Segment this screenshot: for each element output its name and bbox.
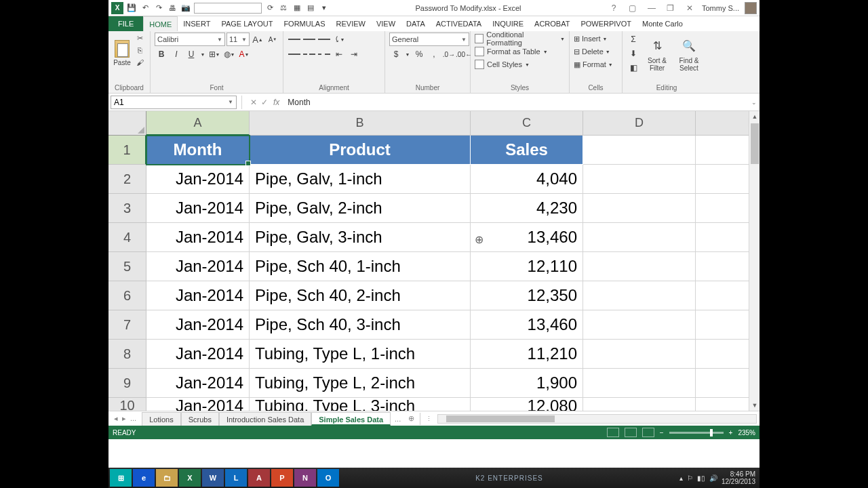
cell[interactable]: Jan-2014 xyxy=(146,194,250,223)
cell-c1[interactable]: Sales xyxy=(471,136,583,165)
cell[interactable]: 4,230 xyxy=(471,194,583,223)
qat-undo-icon[interactable]: ↶ xyxy=(140,3,151,14)
taskbar-access-icon[interactable]: A xyxy=(248,469,270,487)
cell[interactable]: Pipe, Galv, 2-inch xyxy=(250,194,471,223)
cell[interactable] xyxy=(583,281,696,310)
tab-powerpivot[interactable]: POWERPIVOT xyxy=(575,16,637,31)
sheet-prev-icon[interactable]: ▸ xyxy=(122,414,126,423)
cell[interactable]: Jan-2014 xyxy=(146,398,250,411)
ribbon-options-icon[interactable]: ▢ xyxy=(626,3,639,14)
qat-refresh-icon[interactable]: ⟳ xyxy=(264,3,275,14)
row-header[interactable]: 4 xyxy=(108,223,146,252)
increase-decimal-icon[interactable]: .0→ xyxy=(442,47,456,61)
qat-camera-icon[interactable]: 📷 xyxy=(180,3,191,14)
cell[interactable]: Tubing, Type L, 3-inch xyxy=(250,398,471,411)
cell[interactable]: 11,210 xyxy=(471,340,583,369)
font-color-button[interactable]: A▼ xyxy=(237,47,251,61)
decrease-decimal-icon[interactable]: .00← xyxy=(457,47,471,61)
copy-icon[interactable]: ⎘ xyxy=(134,45,146,56)
view-break-icon[interactable] xyxy=(642,428,654,437)
row-header[interactable]: 7 xyxy=(108,310,146,340)
row-header[interactable]: 2 xyxy=(108,165,146,194)
user-avatar-icon[interactable] xyxy=(745,2,757,14)
enter-formula-icon[interactable]: ✓ xyxy=(261,98,268,107)
fill-button[interactable]: ⬇ xyxy=(627,47,640,60)
insert-cells-button[interactable]: ⊞ Insert ▼ xyxy=(574,33,607,45)
format-cells-button[interactable]: ▦ Format ▼ xyxy=(574,58,613,70)
tab-insert[interactable]: INSERT xyxy=(178,16,216,31)
taskbar-word-icon[interactable]: W xyxy=(202,469,224,487)
row-header[interactable]: 3 xyxy=(108,194,146,223)
row-header[interactable]: 8 xyxy=(108,340,146,369)
sheet-more-prev[interactable]: ... xyxy=(130,414,136,423)
cell-styles-button[interactable]: Cell Styles▼ xyxy=(475,58,530,70)
decrease-indent-icon[interactable]: ⇤ xyxy=(332,47,346,61)
taskbar-ie-icon[interactable]: e xyxy=(133,469,155,487)
comma-button[interactable]: , xyxy=(427,47,441,61)
cell[interactable] xyxy=(583,252,696,281)
system-clock[interactable]: 8:46 PM 12/29/2013 xyxy=(722,470,755,485)
increase-indent-icon[interactable]: ⇥ xyxy=(347,47,361,61)
taskbar-powerpoint-icon[interactable]: P xyxy=(271,469,293,487)
cell[interactable] xyxy=(583,340,696,369)
clear-button[interactable]: ◧ xyxy=(627,61,640,75)
new-sheet-icon[interactable]: ⊕ xyxy=(405,414,417,423)
cell[interactable] xyxy=(583,398,696,411)
name-box[interactable]: A1▼ xyxy=(111,96,237,109)
tab-acrobat[interactable]: ACROBAT xyxy=(529,16,575,31)
minimize-icon[interactable]: — xyxy=(645,3,658,14)
cell[interactable]: Pipe, Sch 40, 3-inch xyxy=(250,310,471,340)
grow-font-icon[interactable]: A▲ xyxy=(251,33,264,46)
align-bottom-icon[interactable] xyxy=(317,33,331,46)
cell[interactable]: 12,110 xyxy=(471,252,583,281)
tab-view[interactable]: VIEW xyxy=(371,16,401,31)
cell[interactable] xyxy=(583,165,696,194)
sheet-split-icon[interactable]: ⋮ xyxy=(423,415,435,422)
cell[interactable]: Jan-2014 xyxy=(146,223,250,252)
cell[interactable]: Pipe, Sch 40, 2-inch xyxy=(250,281,471,310)
zoom-out-icon[interactable]: − xyxy=(660,429,664,436)
zoom-in-icon[interactable]: + xyxy=(729,429,733,436)
font-size-combo[interactable]: 11▼ xyxy=(226,33,250,46)
italic-button[interactable]: I xyxy=(170,47,183,61)
qat-save-icon[interactable]: 💾 xyxy=(126,3,137,14)
cell[interactable] xyxy=(583,223,696,252)
restore-icon[interactable]: ❐ xyxy=(664,3,677,14)
cell[interactable]: Jan-2014 xyxy=(146,310,250,340)
fx-icon[interactable]: fx xyxy=(273,98,283,107)
scroll-up-icon[interactable]: ▲ xyxy=(749,111,760,122)
taskbar-outlook-icon[interactable]: O xyxy=(317,469,339,487)
col-header-d[interactable]: D xyxy=(583,111,696,136)
cell[interactable]: Jan-2014 xyxy=(146,252,250,281)
cell-a1[interactable]: Month xyxy=(146,136,250,165)
tab-formulas[interactable]: FORMULAS xyxy=(278,16,330,31)
align-right-icon[interactable] xyxy=(317,47,331,61)
qat-sheet-icon[interactable]: ▤ xyxy=(305,3,316,14)
scroll-down-icon[interactable]: ▼ xyxy=(749,400,760,411)
tab-review[interactable]: REVIEW xyxy=(331,16,371,31)
currency-dd-icon[interactable]: ▼ xyxy=(404,47,411,61)
cell[interactable]: 12,350 xyxy=(471,281,583,310)
shrink-font-icon[interactable]: A▼ xyxy=(266,33,279,46)
currency-button[interactable]: $ xyxy=(389,47,403,61)
cell[interactable]: Pipe, Galv, 3-inch xyxy=(250,223,471,252)
conditional-formatting-button[interactable]: Conditional Formatting▼ xyxy=(475,33,565,45)
format-as-table-button[interactable]: Format as Table▼ xyxy=(475,45,548,58)
taskbar-explorer-icon[interactable]: 🗀 xyxy=(156,469,178,487)
format-painter-icon[interactable]: 🖌 xyxy=(134,57,146,68)
cell[interactable]: Jan-2014 xyxy=(146,165,250,194)
sheet-more-next[interactable]: ... xyxy=(391,415,405,423)
horizontal-scrollbar[interactable] xyxy=(437,414,757,424)
close-icon[interactable]: ✕ xyxy=(683,3,696,14)
tab-page-layout[interactable]: PAGE LAYOUT xyxy=(216,16,278,31)
tray-up-icon[interactable]: ▴ xyxy=(679,474,683,482)
sort-filter-button[interactable]: ⇅Sort & Filter xyxy=(642,33,672,72)
taskbar-onenote-icon[interactable]: N xyxy=(294,469,316,487)
align-left-icon[interactable] xyxy=(288,47,301,61)
number-format-combo[interactable]: General▼ xyxy=(389,33,469,46)
tray-network-icon[interactable]: ▮▯ xyxy=(697,474,705,482)
help-icon[interactable]: ? xyxy=(607,3,620,14)
tray-flag-icon[interactable]: ⚐ xyxy=(687,474,693,482)
sheet-tab-scrubs[interactable]: Scrubs xyxy=(181,412,219,426)
bold-button[interactable]: B xyxy=(155,47,168,61)
